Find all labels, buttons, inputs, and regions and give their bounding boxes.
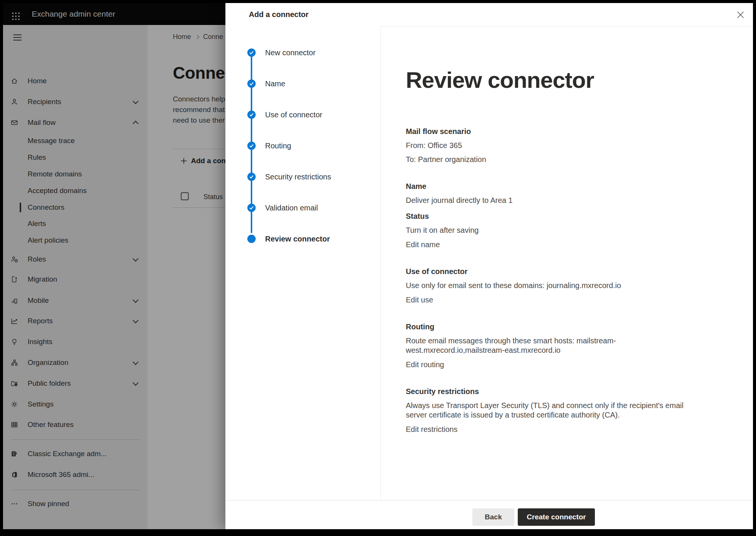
step-review-connector[interactable]: Review connector	[225, 231, 380, 246]
screen: Exchange admin center Home Recipients Ma…	[3, 3, 753, 529]
step-complete-icon	[247, 48, 256, 57]
review-panel: Review connector Mail flow scenario From…	[380, 26, 753, 500]
add-connector-dialog: Add a connector New connector Name Use o…	[225, 3, 753, 529]
step-new-connector[interactable]: New connector	[225, 45, 380, 60]
back-button[interactable]: Back	[472, 508, 514, 526]
section-use-of-connector: Use of connector Use only for email sent…	[406, 266, 753, 305]
section-status: Status Turn it on after saving Edit name	[406, 211, 753, 249]
section-name: Name Deliver journal directly to Area 1	[406, 181, 753, 205]
wizard-stepper: New connector Name Use of connector Rout…	[225, 26, 381, 500]
step-complete-icon	[247, 204, 256, 212]
step-complete-icon	[247, 173, 256, 181]
section-security-restrictions: Security restrictions Always use Transpo…	[406, 386, 753, 434]
dialog-header: Add a connector	[225, 3, 753, 26]
edit-use-link[interactable]: Edit use	[406, 295, 433, 305]
step-complete-icon	[247, 142, 256, 150]
review-heading: Review connector	[406, 68, 753, 92]
dialog-title: Add a connector	[249, 3, 309, 26]
edit-name-link[interactable]: Edit name	[406, 240, 440, 249]
step-name[interactable]: Name	[225, 76, 380, 91]
create-connector-button[interactable]: Create connector	[518, 508, 595, 526]
section-mail-flow-scenario: Mail flow scenario From: Office 365 To: …	[406, 126, 753, 164]
section-routing: Routing Route email messages through the…	[406, 322, 753, 369]
step-complete-icon	[247, 79, 256, 88]
close-icon[interactable]	[736, 11, 745, 19]
dialog-footer: Back Create connector	[225, 500, 753, 529]
step-validation-email[interactable]: Validation email	[225, 200, 380, 215]
step-current-icon	[247, 235, 256, 243]
step-use-of-connector[interactable]: Use of connector	[225, 107, 380, 122]
step-complete-icon	[247, 111, 256, 119]
edit-routing-link[interactable]: Edit routing	[406, 360, 444, 369]
step-routing[interactable]: Routing	[225, 138, 380, 153]
step-security-restrictions[interactable]: Security restrictions	[225, 169, 380, 184]
edit-restrictions-link[interactable]: Edit restrictions	[406, 425, 458, 434]
